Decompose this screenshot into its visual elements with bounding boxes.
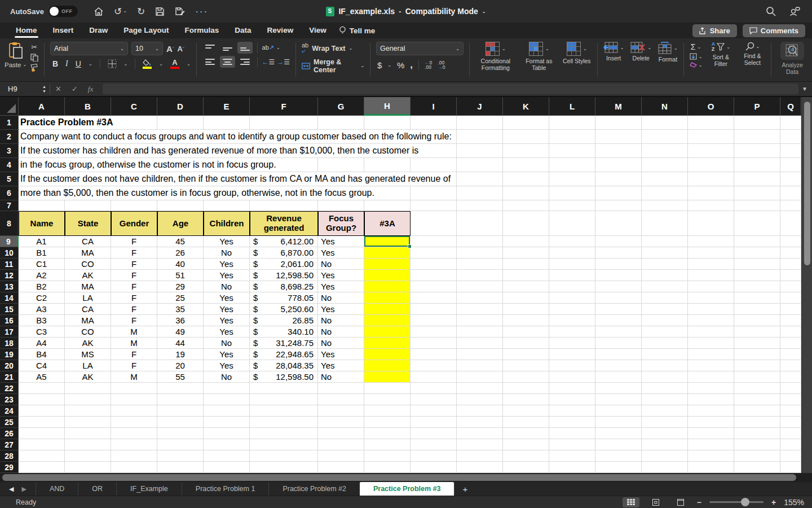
- cell-D[interactable]: 40: [157, 259, 204, 270]
- cell-M[interactable]: [595, 315, 642, 326]
- cell-M[interactable]: [595, 281, 642, 292]
- cell-J[interactable]: [457, 405, 503, 417]
- cell-L[interactable]: [549, 439, 595, 450]
- cell-Q[interactable]: [780, 186, 801, 200]
- cell-H[interactable]: [364, 439, 411, 450]
- cell-P[interactable]: [734, 462, 780, 473]
- cell-N[interactable]: [642, 315, 688, 326]
- cell-D[interactable]: 45: [157, 236, 204, 247]
- cell-P[interactable]: [734, 405, 780, 417]
- cell-J[interactable]: [457, 211, 503, 236]
- cell-C[interactable]: M: [111, 371, 157, 383]
- cell-E[interactable]: [204, 383, 250, 394]
- cell-M[interactable]: [595, 439, 642, 450]
- cell-L[interactable]: [549, 211, 595, 236]
- cancel-icon[interactable]: ✕: [55, 85, 61, 93]
- cell-E[interactable]: No: [204, 338, 250, 349]
- cell-B[interactable]: LA: [65, 360, 111, 371]
- underline-button[interactable]: U: [76, 59, 81, 68]
- cell-K[interactable]: [503, 371, 549, 383]
- cell-H[interactable]: [364, 315, 411, 326]
- row-header-9[interactable]: 9: [0, 236, 19, 247]
- row-header-19[interactable]: 19: [0, 349, 19, 360]
- column-header-G[interactable]: G: [318, 97, 364, 116]
- cell-A[interactable]: C4: [19, 360, 65, 371]
- cell-C[interactable]: M: [111, 326, 157, 338]
- cell-K[interactable]: [503, 405, 549, 417]
- cell-H[interactable]: [364, 349, 411, 360]
- comments-button[interactable]: Comments: [743, 24, 805, 37]
- cell-M[interactable]: [595, 371, 642, 383]
- cell-E[interactable]: Yes: [204, 315, 250, 326]
- cell-G[interactable]: [318, 405, 364, 417]
- tab-data[interactable]: Data: [228, 24, 258, 38]
- cell-G[interactable]: [318, 428, 364, 439]
- row-header-22[interactable]: 22: [0, 383, 19, 394]
- cell-F[interactable]: $6,412.00: [250, 236, 318, 247]
- cell-E[interactable]: Yes: [204, 349, 250, 360]
- home-icon[interactable]: [94, 7, 104, 16]
- cell-K[interactable]: [503, 116, 549, 130]
- cell-C[interactable]: [111, 383, 157, 394]
- cell-K[interactable]: [503, 236, 549, 247]
- cell-A[interactable]: B4: [19, 349, 65, 360]
- cell-H[interactable]: [364, 270, 411, 281]
- cell-I[interactable]: [411, 270, 457, 281]
- cell-D[interactable]: [157, 417, 204, 428]
- vertical-scrollbar[interactable]: [801, 97, 812, 473]
- column-header-E[interactable]: E: [204, 97, 250, 116]
- cell-E[interactable]: Yes: [204, 304, 250, 315]
- cell-A[interactable]: If the customer has children and has gen…: [19, 144, 65, 158]
- table-header-revenue-generated[interactable]: Revenue generated: [250, 211, 318, 236]
- cell-M[interactable]: [595, 247, 642, 259]
- cell-D[interactable]: [157, 383, 204, 394]
- cell-B[interactable]: MS: [65, 349, 111, 360]
- cell-J[interactable]: [457, 315, 503, 326]
- cell-G[interactable]: Yes: [318, 247, 364, 259]
- cell-F[interactable]: $31,248.75: [250, 338, 318, 349]
- cell-F[interactable]: $2,061.00: [250, 259, 318, 270]
- table-header-focus-group-[interactable]: Focus Group?: [318, 211, 364, 236]
- cell-H[interactable]: [364, 450, 411, 462]
- cell-C[interactable]: F: [111, 360, 157, 371]
- cell-A[interactable]: [19, 383, 65, 394]
- tab-review[interactable]: Review: [261, 24, 301, 38]
- cell-J[interactable]: [457, 450, 503, 462]
- cell-O[interactable]: [688, 130, 734, 144]
- cell-G[interactable]: Yes: [318, 270, 364, 281]
- cell-J[interactable]: [457, 270, 503, 281]
- cell-H[interactable]: [364, 304, 411, 315]
- cell-L[interactable]: [549, 383, 595, 394]
- cell-O[interactable]: [688, 247, 734, 259]
- cell-L[interactable]: [549, 326, 595, 338]
- cell-L[interactable]: [549, 292, 595, 304]
- cell-L[interactable]: [549, 405, 595, 417]
- redo-button[interactable]: ↻: [137, 7, 145, 16]
- cell-J[interactable]: [457, 116, 503, 130]
- sheet-tab-practice-problem-#3[interactable]: Practice Problem #3: [360, 482, 454, 496]
- sort-filter-button[interactable]: AZ ⌄ Sort & Filter: [708, 42, 734, 67]
- cell-I[interactable]: [411, 236, 457, 247]
- cell-N[interactable]: [642, 394, 688, 405]
- cell-L[interactable]: [549, 186, 595, 200]
- cell-B[interactable]: [65, 450, 111, 462]
- cell-F[interactable]: [250, 439, 318, 450]
- cell-D[interactable]: [157, 462, 204, 473]
- cell-L[interactable]: [549, 116, 595, 130]
- cell-O[interactable]: [688, 158, 734, 172]
- cell-E[interactable]: [204, 462, 250, 473]
- cell-M[interactable]: [595, 450, 642, 462]
- orientation-chevron-icon[interactable]: ⌄: [276, 45, 280, 50]
- tab-insert[interactable]: Insert: [46, 24, 81, 38]
- cell-J[interactable]: [457, 338, 503, 349]
- cell-N[interactable]: [642, 270, 688, 281]
- cell-D[interactable]: 44: [157, 338, 204, 349]
- cell-B[interactable]: [65, 439, 111, 450]
- cell-G[interactable]: Yes: [318, 349, 364, 360]
- cell-P[interactable]: [734, 371, 780, 383]
- cell-F[interactable]: $22,948.65: [250, 349, 318, 360]
- cell-Q[interactable]: [780, 315, 801, 326]
- cell-A[interactable]: [19, 200, 65, 211]
- cell-P[interactable]: [734, 304, 780, 315]
- cell-O[interactable]: [688, 338, 734, 349]
